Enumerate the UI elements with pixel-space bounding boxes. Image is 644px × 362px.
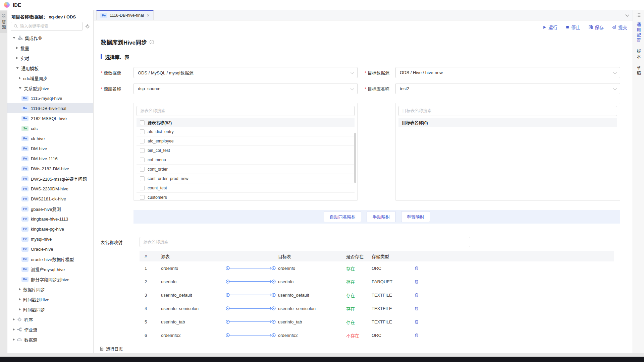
tree-item-hive[interactable]: 时间戳到Hive bbox=[7, 294, 93, 304]
source-database-select[interactable]: dsp_source bbox=[133, 83, 358, 94]
row-checkbox[interactable] bbox=[140, 176, 145, 181]
tree-item-gbase-hive[interactable]: Pegbase-hive复测 bbox=[7, 204, 93, 214]
reset-map-button[interactable]: 重置映射 bbox=[401, 211, 430, 222]
row-checkbox[interactable] bbox=[140, 158, 145, 162]
exists-status: 存在 bbox=[346, 305, 372, 312]
source-table-row-count-test[interactable]: count_test bbox=[137, 183, 355, 193]
source-table-search-input[interactable] bbox=[137, 106, 355, 116]
tree-item-dm-hive[interactable]: PeDM-hive bbox=[7, 143, 93, 154]
save-button[interactable]: 保存 bbox=[588, 24, 604, 31]
caret-expanded-icon[interactable] bbox=[19, 87, 21, 89]
manual-map-button[interactable]: 手动映射 bbox=[367, 211, 395, 222]
tree-item-cdc[interactable]: Secdc bbox=[7, 123, 93, 133]
source-table-row-cont-order[interactable]: cont_order bbox=[137, 165, 355, 174]
row-checkbox[interactable] bbox=[140, 186, 145, 190]
tree-item-hive[interactable]: 关系型到hive bbox=[7, 83, 93, 93]
job-type-badge: Pe bbox=[21, 166, 29, 171]
tree-item-hive[interactable]: Pe部分字段同步到hive bbox=[7, 274, 93, 284]
tree-item-dws-2182-dm-hive[interactable]: PeDWs-2182-DM-hive bbox=[7, 164, 93, 174]
tree-item-item[interactable]: 通用模板 bbox=[7, 63, 93, 73]
target-table-search-input[interactable] bbox=[398, 106, 617, 116]
select-all-checkbox[interactable] bbox=[140, 120, 145, 125]
tree-item-oracle-hive[interactable]: Peoracle-hive数据库模型 bbox=[7, 254, 93, 264]
target-database-select[interactable]: test2 bbox=[395, 83, 620, 94]
source-table-row-bin-col-test[interactable]: bin_col_test bbox=[137, 146, 355, 155]
tree-item-item[interactable]: 实时 bbox=[7, 53, 93, 63]
close-tab-icon[interactable]: × bbox=[147, 13, 150, 18]
right-tab-draft[interactable]: 草稿 bbox=[635, 63, 642, 79]
caret-expanded-icon[interactable] bbox=[16, 67, 19, 69]
tree-item-item[interactable]: 批量 bbox=[7, 43, 93, 53]
auto-map-button[interactable]: 自动同名映射 bbox=[324, 211, 361, 222]
tree-item-dm-hive-1116[interactable]: PeDM-hive-1116 bbox=[7, 154, 93, 164]
delete-row-icon[interactable] bbox=[414, 293, 434, 297]
caret-collapsed-icon[interactable] bbox=[13, 338, 15, 341]
caret-expanded-icon[interactable] bbox=[13, 37, 15, 39]
source-table-row-cof-menu[interactable]: cof_menu bbox=[137, 155, 355, 165]
mapping-search-input[interactable] bbox=[140, 237, 470, 247]
job-type-badge: Pe bbox=[21, 247, 29, 252]
tree-item-2182-mssql-hive[interactable]: Pe2182-MSSQL-hive bbox=[7, 113, 93, 123]
keyword-search-input[interactable] bbox=[11, 22, 83, 31]
delete-row-icon[interactable] bbox=[414, 306, 434, 311]
info-icon[interactable] bbox=[149, 40, 154, 45]
delete-row-icon[interactable] bbox=[414, 279, 434, 284]
caret-collapsed-icon[interactable] bbox=[13, 328, 15, 331]
resources-tab[interactable]: 资源 bbox=[0, 11, 7, 33]
run-log-bar[interactable]: 运行日志 bbox=[94, 344, 633, 353]
tree-item-cdc[interactable]: cdc增量同步 bbox=[7, 73, 93, 83]
tree-item-label: 时间戳同步 bbox=[23, 306, 45, 313]
job-type-badge: Pe bbox=[21, 206, 29, 212]
tree-item-item[interactable]: 程序 bbox=[7, 314, 93, 324]
stop-button[interactable]: 停止 bbox=[566, 24, 580, 31]
caret-collapsed-icon[interactable] bbox=[19, 298, 21, 301]
tree-item-item[interactable]: 集成作业 bbox=[7, 33, 93, 43]
tree-item-item[interactable]: 时间戳同步 bbox=[7, 304, 93, 314]
source-table-row-afc-dict-entry[interactable]: afc_dict_entry bbox=[137, 127, 355, 136]
run-button[interactable]: 运行 bbox=[542, 24, 557, 31]
tree-item-kingbase-hive-1113[interactable]: Pekingbase-hive-1113 bbox=[7, 214, 93, 224]
source-table-row-afc-employee[interactable]: afc_employee bbox=[137, 136, 355, 146]
tree-item-kingbase-pg-hive[interactable]: Pekingbase-pg-hive bbox=[7, 224, 93, 234]
search-settings-gear-icon[interactable] bbox=[85, 24, 90, 29]
row-checkbox[interactable] bbox=[140, 148, 145, 153]
tree-item-ck-hive[interactable]: Peck-hive bbox=[7, 133, 93, 143]
tree-item-item[interactable]: 作业流 bbox=[7, 324, 93, 335]
submit-button[interactable]: 提交 bbox=[612, 24, 627, 31]
delete-row-icon[interactable] bbox=[414, 333, 434, 338]
row-checkbox[interactable] bbox=[140, 195, 145, 200]
source-datasource-select[interactable]: ODS / MySQL / mysql数据源 bbox=[133, 67, 358, 78]
tree-item-dws-2230dm-hive[interactable]: PeDWS-2230DM-hive bbox=[7, 184, 93, 194]
tab-list-chevron-down-icon[interactable] bbox=[625, 13, 629, 16]
caret-collapsed-icon[interactable] bbox=[16, 47, 18, 49]
source-table-row-customers[interactable]: customers bbox=[137, 193, 355, 201]
tree-item-1115-mysql-hive[interactable]: Pe1115-mysql-hive bbox=[7, 93, 93, 103]
row-checkbox[interactable] bbox=[140, 139, 145, 143]
caret-collapsed-icon[interactable] bbox=[19, 308, 21, 311]
right-tab-version[interactable]: 版本 bbox=[635, 46, 642, 63]
caret-collapsed-icon[interactable] bbox=[19, 77, 21, 79]
tree-item-mysql-hive[interactable]: Pe测投产mysql-hive bbox=[7, 264, 93, 274]
scrollbar-thumb[interactable] bbox=[354, 133, 356, 183]
tree-item-oracle-hive[interactable]: PeOracle-hive bbox=[7, 244, 93, 254]
row-checkbox[interactable] bbox=[140, 167, 145, 172]
tree-item-mysql-hive[interactable]: Pemysql-hive bbox=[7, 234, 93, 244]
caret-collapsed-icon[interactable] bbox=[19, 288, 21, 291]
delete-row-icon[interactable] bbox=[414, 266, 434, 270]
row-checkbox[interactable] bbox=[140, 129, 145, 134]
tree-item-dws-2185-mssql[interactable]: PeDWS-2185-mssql关键字问题 bbox=[7, 174, 93, 184]
storage-type: TEXTFILE bbox=[372, 293, 414, 298]
delete-row-icon[interactable] bbox=[414, 319, 434, 324]
tree-item-item[interactable]: 数据源 bbox=[7, 335, 93, 345]
caret-collapsed-icon[interactable] bbox=[16, 57, 18, 59]
source-table-row-cont-order-prod-new[interactable]: cont_order_prod_new bbox=[137, 174, 355, 183]
target-datasource-select[interactable]: ODS / Hive / hive-new bbox=[395, 67, 620, 78]
tree-item-item[interactable]: 数据库同步 bbox=[7, 284, 93, 294]
tree-item-1116-db-hive-final[interactable]: Pe1116-DB-hive-final bbox=[7, 103, 93, 113]
table-name: customers bbox=[148, 195, 167, 200]
tab-1116-db-hive-final[interactable]: Pe 1116-DB-hive-final × bbox=[96, 10, 154, 20]
right-tab-general-config[interactable]: 通用配置 bbox=[635, 19, 642, 46]
tree-item-dws2181-ck-hive[interactable]: PeDWS2181-ck-hive bbox=[7, 194, 93, 204]
caret-collapsed-icon[interactable] bbox=[13, 318, 15, 321]
config-list-icon[interactable] bbox=[636, 13, 641, 17]
